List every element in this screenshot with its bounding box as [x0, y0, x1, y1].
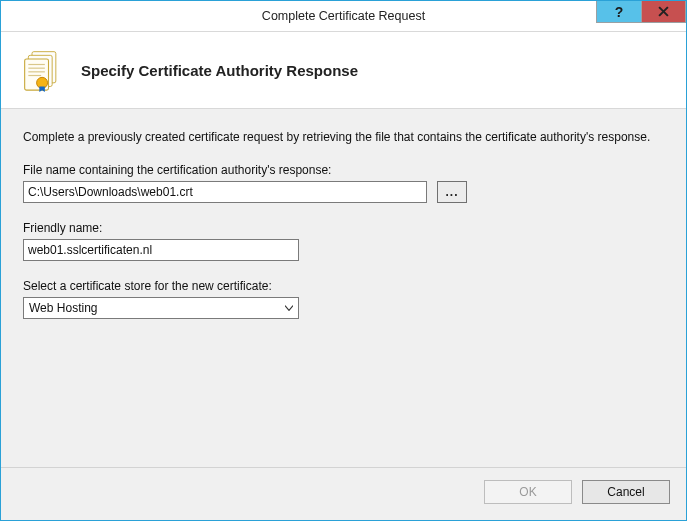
certificate-store-value: Web Hosting	[23, 297, 299, 319]
dialog-footer: OK Cancel	[1, 468, 686, 520]
help-button[interactable]: ?	[596, 1, 641, 23]
dialog-window: Complete Certificate Request ?	[0, 0, 687, 521]
file-label: File name containing the certification a…	[23, 163, 664, 177]
dialog-heading: Specify Certificate Authority Response	[81, 62, 358, 79]
dialog-header: Specify Certificate Authority Response	[1, 32, 686, 109]
browse-button[interactable]: ...	[437, 181, 467, 203]
certificate-store-select[interactable]: Web Hosting	[23, 297, 299, 319]
certificate-icon	[19, 46, 67, 94]
help-icon: ?	[615, 4, 624, 20]
dialog-body: Complete a previously created certificat…	[1, 109, 686, 467]
friendly-name-row	[23, 239, 664, 261]
friendly-name-input[interactable]	[23, 239, 299, 261]
chevron-down-icon	[280, 298, 298, 318]
file-input[interactable]	[23, 181, 427, 203]
store-row: Web Hosting	[23, 297, 664, 319]
friendly-name-label: Friendly name:	[23, 221, 664, 235]
close-button[interactable]	[641, 1, 686, 23]
file-row: ...	[23, 181, 664, 203]
ok-button: OK	[484, 480, 572, 504]
close-icon	[658, 4, 669, 20]
window-title: Complete Certificate Request	[1, 1, 686, 31]
store-label: Select a certificate store for the new c…	[23, 279, 664, 293]
titlebar: Complete Certificate Request ?	[1, 1, 686, 32]
cancel-button[interactable]: Cancel	[582, 480, 670, 504]
description-text: Complete a previously created certificat…	[23, 129, 663, 145]
